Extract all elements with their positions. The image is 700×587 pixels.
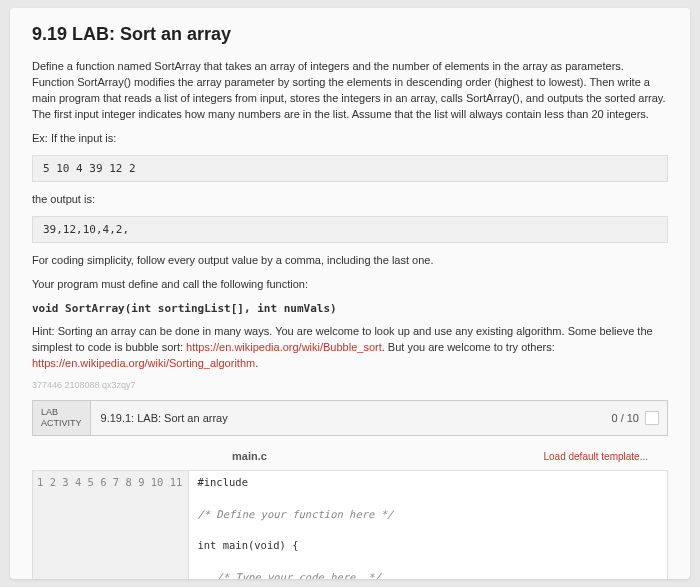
score-text: 0 / 10: [611, 412, 639, 424]
load-template-link[interactable]: Load default template...: [543, 451, 648, 462]
hint-mid: . But you are welcome to try others:: [382, 341, 555, 353]
lab-page: 9.19 LAB: Sort an array Define a functio…: [10, 8, 690, 579]
page-title: 9.19 LAB: Sort an array: [32, 24, 668, 45]
func-signature: void SortArray(int sortingList[], int nu…: [32, 301, 668, 317]
coding-simplicity: For coding simplicity, follow every outp…: [32, 253, 668, 269]
activity-label-2: ACTIVITY: [41, 418, 82, 429]
activity-bar: LAB ACTIVITY 9.19.1: LAB: Sort an array …: [32, 400, 668, 436]
example-input-box: 5 10 4 39 12 2: [32, 155, 668, 182]
activity-title: 9.19.1: LAB: Sort an array: [91, 401, 604, 435]
example-output-box: 39,12,10,4,2,: [32, 216, 668, 243]
hint-link-1[interactable]: https://en.wikipedia.org/wiki/Bubble_sor…: [186, 341, 382, 353]
score-progress-icon: [645, 411, 659, 425]
watermark: 377446 2108088 qx3zqy7: [32, 380, 668, 390]
code-editor[interactable]: 1 2 3 4 5 6 7 8 9 10 11 #include /* Defi…: [32, 470, 668, 579]
hint-link-2[interactable]: https://en.wikipedia.org/wiki/Sorting_al…: [32, 357, 255, 369]
activity-label-1: LAB: [41, 407, 82, 418]
line-gutter: 1 2 3 4 5 6 7 8 9 10 11: [33, 471, 189, 579]
code-body[interactable]: #include /* Define your function here */…: [189, 471, 667, 579]
output-intro: the output is:: [32, 192, 668, 208]
activity-label: LAB ACTIVITY: [33, 401, 91, 435]
example-intro: Ex: If the input is:: [32, 131, 668, 147]
editor-area: main.c Load default template... 1 2 3 4 …: [32, 450, 668, 579]
editor-header: main.c Load default template...: [32, 450, 668, 470]
hint-text: Hint: Sorting an array can be done in ma…: [32, 324, 668, 372]
hint-suffix: .: [255, 357, 258, 369]
description-text: Define a function named SortArray that t…: [32, 59, 668, 123]
score-box: 0 / 10: [603, 401, 667, 435]
func-intro: Your program must define and call the fo…: [32, 277, 668, 293]
filename-label: main.c: [232, 450, 267, 462]
